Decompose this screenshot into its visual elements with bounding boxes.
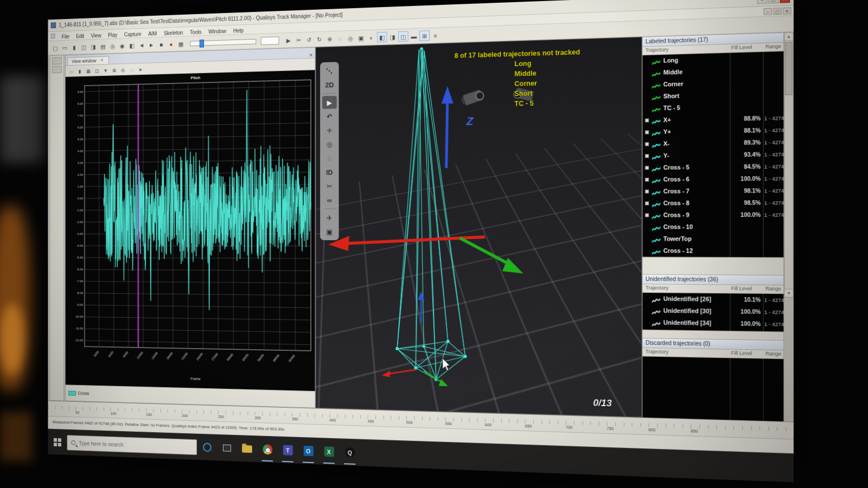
- trajectory-checkbox[interactable]: [645, 201, 649, 205]
- frame-field[interactable]: [261, 36, 279, 45]
- cut-icon[interactable]: ✂: [322, 179, 337, 192]
- menu-edit[interactable]: Edit: [73, 33, 87, 39]
- trajectory-row[interactable]: Unidentified [30]100.0%1 - 42748: [643, 305, 783, 318]
- trajectory-checkbox[interactable]: [645, 154, 649, 158]
- trajectory-checkbox[interactable]: [645, 142, 649, 146]
- trajectory-row[interactable]: Unidentified [34]100.0%1 - 42748: [643, 317, 783, 331]
- view-3d[interactable]: Z 8 of 17 labeled trajectories not track…: [316, 37, 642, 418]
- print-plot-icon[interactable]: ▦: [85, 66, 92, 75]
- zoom-in-icon[interactable]: ◎: [119, 65, 127, 74]
- camera-settings-icon[interactable]: ◉: [118, 41, 127, 51]
- contrast-icon[interactable]: ◐: [367, 32, 376, 43]
- split-both-icon[interactable]: ◫: [398, 31, 409, 42]
- pointer-icon[interactable]: ▶: [284, 35, 293, 45]
- trajectory-row[interactable]: Cross - 10: [643, 221, 783, 233]
- cortana-icon[interactable]: [197, 434, 217, 461]
- slider-thumb[interactable]: [200, 39, 204, 47]
- trajectory-row[interactable]: TowerTop: [643, 233, 783, 245]
- fly-icon[interactable]: ✈: [322, 211, 337, 224]
- zoom-out-icon[interactable]: ◌: [128, 65, 136, 74]
- trajectory-checkbox[interactable]: [645, 130, 649, 134]
- menu-play[interactable]: Play: [105, 31, 121, 38]
- taskbar-search[interactable]: [67, 435, 197, 455]
- import-icon[interactable]: ◫: [79, 42, 88, 52]
- file-explorer-icon[interactable]: [237, 435, 257, 462]
- playback-speed-slider[interactable]: [190, 38, 256, 46]
- search-input[interactable]: [79, 440, 176, 450]
- start-button[interactable]: [48, 429, 67, 455]
- trajectory-row[interactable]: Cross - 584.5%1 - 42748: [643, 160, 783, 174]
- grid-toggle-icon[interactable]: ▣: [356, 33, 366, 43]
- menu-view[interactable]: View: [87, 33, 104, 39]
- copy-plot-icon[interactable]: ◫: [93, 66, 101, 75]
- docked-panel-strip[interactable]: [50, 55, 64, 401]
- play-icon[interactable]: ►: [147, 40, 156, 50]
- move-icon[interactable]: ✛: [322, 124, 337, 137]
- layout-wide-icon[interactable]: ▬: [409, 31, 419, 42]
- qtm-app-icon[interactable]: Q: [340, 439, 361, 466]
- zoom-icon[interactable]: ◎: [322, 138, 337, 151]
- plot-tab[interactable]: View window ✕: [67, 56, 108, 66]
- grid-style-icon[interactable]: ⊞: [111, 66, 118, 74]
- maximize-button[interactable]: ▢: [769, 0, 779, 3]
- teams-icon[interactable]: T: [278, 437, 298, 464]
- redo-icon[interactable]: ↻: [315, 34, 324, 44]
- menu-skeleton[interactable]: Skeleton: [161, 29, 187, 36]
- trajectory-row[interactable]: Cross - 898.5%1 - 42748: [643, 197, 783, 209]
- minimize-button[interactable]: –: [757, 0, 768, 4]
- scrollbar[interactable]: ▲ ▼: [784, 32, 794, 298]
- task-view-icon[interactable]: [217, 435, 237, 461]
- trajectory-checkbox[interactable]: [645, 166, 649, 170]
- trajectory-row[interactable]: Cross - 9100.0%1 - 42748: [643, 209, 783, 221]
- add-marker-icon[interactable]: ⊕: [325, 34, 335, 44]
- identify-icon[interactable]: ID: [322, 165, 337, 178]
- trajectory-checkbox[interactable]: [645, 178, 649, 182]
- split-left-icon[interactable]: ◧: [377, 32, 387, 43]
- trajectory-row[interactable]: Unidentified [26]10.1%1 - 42748: [643, 293, 783, 306]
- open-file-icon[interactable]: ▭: [60, 42, 69, 53]
- open-plot-icon[interactable]: ▭: [67, 67, 75, 75]
- orbit-icon[interactable]: ◌: [322, 152, 337, 165]
- scroll-thumb[interactable]: [785, 42, 792, 95]
- calibration-icon[interactable]: ◎: [108, 41, 117, 51]
- export-icon[interactable]: ◨: [89, 42, 98, 52]
- column-range[interactable]: Range: [765, 43, 781, 49]
- menu-file[interactable]: File: [59, 34, 73, 40]
- plot-tab-close-icon[interactable]: ✕: [100, 58, 104, 63]
- scroll-up-icon[interactable]: ▲: [784, 33, 793, 41]
- excel-icon[interactable]: X: [318, 438, 339, 465]
- column-fill-level[interactable]: Fill Level: [731, 44, 752, 51]
- dock-tab[interactable]: [52, 66, 61, 73]
- project-options-icon[interactable]: ▤: [98, 41, 107, 52]
- cut-tool-icon[interactable]: ✂: [294, 35, 304, 45]
- new-file-icon[interactable]: ▢: [51, 43, 60, 53]
- menu-tools[interactable]: Tools: [187, 29, 205, 35]
- unidentified-panel-title[interactable]: Unidentified trajectories (36): [642, 274, 784, 286]
- chrome-icon[interactable]: [257, 436, 277, 463]
- join-icon[interactable]: ∞: [322, 194, 337, 207]
- menu-aim[interactable]: AIM: [145, 30, 161, 37]
- close-button[interactable]: ✕: [780, 0, 790, 3]
- trajectory-checkbox[interactable]: [645, 118, 649, 122]
- undo-3d-icon[interactable]: ↶: [322, 110, 337, 123]
- mdi-restore-button[interactable]: ▢: [773, 8, 781, 15]
- stop-icon[interactable]: ■: [157, 39, 166, 49]
- list-view-icon[interactable]: ≡: [430, 30, 441, 41]
- center-icon[interactable]: ◎: [346, 33, 355, 43]
- trajectory-checkbox[interactable]: [645, 190, 649, 194]
- save-plot-icon[interactable]: ▮: [76, 67, 84, 75]
- trajectory-row[interactable]: Cross - 12: [643, 245, 783, 258]
- plot-area[interactable]: 9.008.007.006.005.004.003.002.001.000.00…: [66, 70, 315, 391]
- cube-view-icon[interactable]: ▣: [322, 225, 337, 238]
- save-icon[interactable]: ▮: [70, 42, 79, 53]
- outlook-icon[interactable]: O: [298, 438, 318, 465]
- trajectory-row[interactable]: Cross - 798.1%1 - 42748: [643, 184, 783, 197]
- mdi-close-button[interactable]: ✕: [783, 7, 791, 14]
- dock-tab[interactable]: [52, 57, 61, 65]
- column-trajectory[interactable]: Trajectory: [646, 47, 668, 53]
- record-icon[interactable]: ●: [167, 39, 176, 49]
- menu-help[interactable]: Help: [229, 27, 247, 34]
- orbit-icon[interactable]: ◌: [335, 33, 345, 43]
- mdi-minimize-button[interactable]: –: [764, 8, 772, 15]
- video-icon[interactable]: ◧: [127, 40, 137, 50]
